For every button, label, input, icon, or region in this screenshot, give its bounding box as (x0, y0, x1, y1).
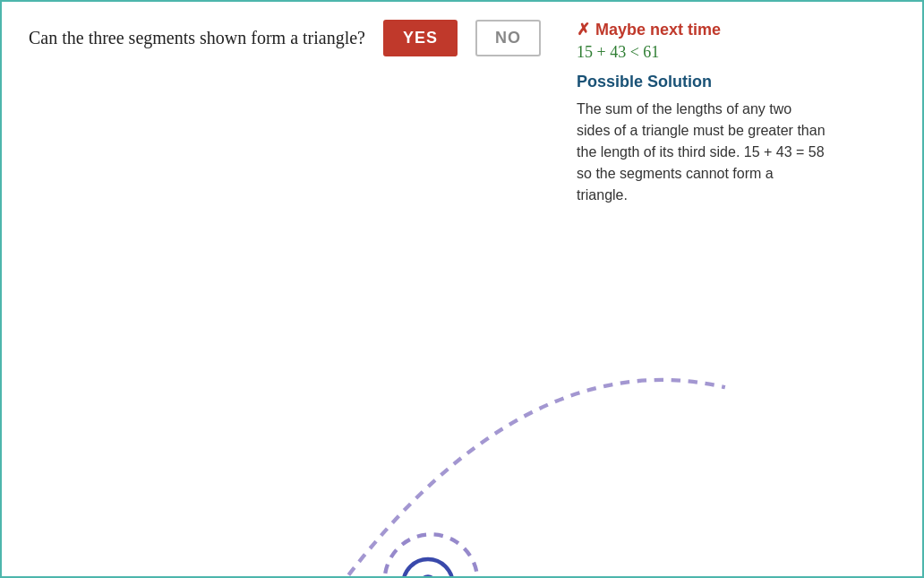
question-text: Can the three segments shown form a tria… (29, 28, 365, 48)
yes-button[interactable]: YES (383, 20, 458, 56)
x-icon: ✗ (577, 20, 590, 39)
possible-solution-title: Possible Solution (577, 73, 895, 91)
feedback-inequality: 15 + 43 < 61 (577, 43, 895, 62)
no-button[interactable]: NO (475, 20, 541, 56)
feedback-wrong: ✗ Maybe next time (577, 20, 895, 39)
feedback-panel: ✗ Maybe next time 15 + 43 < 61 Possible … (577, 20, 895, 206)
wrong-text: Maybe next time (595, 21, 721, 39)
possible-solution-text: The sum of the lengths of any two sides … (577, 99, 827, 206)
svg-point-0 (385, 534, 478, 578)
svg-point-6 (419, 574, 438, 578)
diagram-area: 61 15 43 (29, 215, 895, 578)
